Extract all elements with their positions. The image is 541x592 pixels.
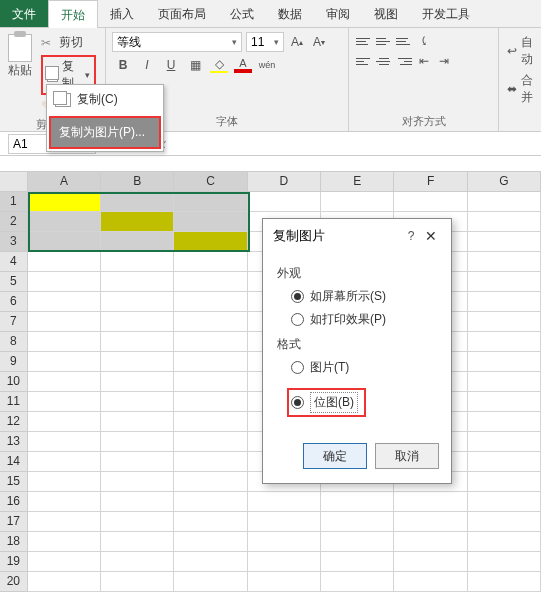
cell[interactable] — [101, 352, 174, 372]
cell[interactable] — [174, 552, 247, 572]
cell[interactable] — [174, 312, 247, 332]
cell[interactable] — [468, 552, 541, 572]
cell[interactable] — [321, 572, 394, 592]
cell[interactable] — [101, 232, 174, 252]
tab-formulas[interactable]: 公式 — [218, 0, 266, 27]
cell[interactable] — [468, 312, 541, 332]
cell[interactable] — [174, 532, 247, 552]
cell[interactable] — [101, 252, 174, 272]
cell[interactable] — [174, 472, 247, 492]
row-header[interactable]: 10 — [0, 372, 28, 392]
font-name-combo[interactable]: 等线 ▾ — [112, 32, 242, 52]
font-color-button[interactable]: A — [232, 56, 254, 74]
row-header[interactable]: 2 — [0, 212, 28, 232]
cell[interactable] — [468, 452, 541, 472]
tab-page-layout[interactable]: 页面布局 — [146, 0, 218, 27]
cancel-button[interactable]: 取消 — [375, 443, 439, 469]
cell[interactable] — [174, 332, 247, 352]
cell[interactable] — [321, 532, 394, 552]
font-size-combo[interactable]: 11 ▾ — [246, 32, 284, 52]
row-header[interactable]: 19 — [0, 552, 28, 572]
row-header[interactable]: 5 — [0, 272, 28, 292]
cell[interactable] — [101, 192, 174, 212]
cell[interactable] — [468, 492, 541, 512]
cell[interactable] — [174, 292, 247, 312]
col-header-F[interactable]: F — [394, 172, 467, 191]
cell[interactable] — [174, 352, 247, 372]
cell[interactable] — [174, 252, 247, 272]
cell[interactable] — [28, 452, 101, 472]
cell[interactable] — [28, 572, 101, 592]
cell[interactable] — [321, 552, 394, 572]
cell[interactable] — [174, 232, 247, 252]
cell[interactable] — [468, 372, 541, 392]
cell[interactable] — [468, 212, 541, 232]
cell[interactable] — [248, 192, 321, 212]
cell[interactable] — [174, 372, 247, 392]
cell[interactable] — [28, 492, 101, 512]
cell[interactable] — [468, 352, 541, 372]
cell[interactable] — [174, 192, 247, 212]
cell[interactable] — [174, 512, 247, 532]
cell[interactable] — [28, 272, 101, 292]
italic-button[interactable]: I — [136, 56, 158, 74]
radio-as-screen[interactable]: 如屏幕所示(S) — [291, 288, 437, 305]
cell[interactable] — [174, 272, 247, 292]
cell[interactable] — [101, 512, 174, 532]
decrease-font-button[interactable]: A▾ — [310, 33, 328, 51]
cell[interactable] — [101, 312, 174, 332]
orientation-button[interactable]: ⤹ — [415, 32, 433, 50]
cell[interactable] — [28, 552, 101, 572]
radio-bitmap[interactable]: 位图(B) — [287, 388, 366, 417]
cell[interactable] — [248, 572, 321, 592]
cell[interactable] — [394, 552, 467, 572]
row-header[interactable]: 6 — [0, 292, 28, 312]
row-header[interactable]: 13 — [0, 432, 28, 452]
cell[interactable] — [174, 492, 247, 512]
row-header[interactable]: 7 — [0, 312, 28, 332]
align-left-button[interactable] — [355, 52, 373, 70]
row-header[interactable]: 4 — [0, 252, 28, 272]
menu-item-copy[interactable]: 复制(C) — [47, 85, 163, 114]
tab-developer[interactable]: 开发工具 — [410, 0, 482, 27]
cell[interactable] — [101, 432, 174, 452]
row-header[interactable]: 12 — [0, 412, 28, 432]
align-bottom-button[interactable] — [395, 32, 413, 50]
cell[interactable] — [28, 252, 101, 272]
tab-file[interactable]: 文件 — [0, 0, 48, 27]
cell[interactable] — [321, 192, 394, 212]
col-header-G[interactable]: G — [468, 172, 541, 191]
cell[interactable] — [468, 532, 541, 552]
cell[interactable] — [174, 392, 247, 412]
cell[interactable] — [174, 412, 247, 432]
fill-color-button[interactable]: ◇ — [208, 56, 230, 74]
cell[interactable] — [101, 472, 174, 492]
cell[interactable] — [101, 552, 174, 572]
col-header-B[interactable]: B — [101, 172, 174, 191]
row-header[interactable]: 15 — [0, 472, 28, 492]
cell[interactable] — [28, 212, 101, 232]
chevron-down-icon[interactable]: ▾ — [85, 70, 90, 80]
border-button[interactable]: ▦ — [184, 56, 206, 74]
cell[interactable] — [101, 452, 174, 472]
row-header[interactable]: 14 — [0, 452, 28, 472]
align-top-button[interactable] — [355, 32, 373, 50]
cell[interactable] — [28, 312, 101, 332]
cell[interactable] — [101, 532, 174, 552]
cell[interactable] — [394, 532, 467, 552]
cell[interactable] — [468, 272, 541, 292]
tab-data[interactable]: 数据 — [266, 0, 314, 27]
phonetic-button[interactable]: wén — [256, 56, 278, 74]
cell[interactable] — [174, 432, 247, 452]
menu-item-copy-as-picture[interactable]: 复制为图片(P)... — [49, 116, 161, 149]
cell[interactable] — [468, 332, 541, 352]
cell[interactable] — [28, 192, 101, 212]
cell[interactable] — [468, 472, 541, 492]
cell[interactable] — [394, 572, 467, 592]
tab-insert[interactable]: 插入 — [98, 0, 146, 27]
cell[interactable] — [248, 512, 321, 532]
cell[interactable] — [248, 492, 321, 512]
cell[interactable] — [394, 192, 467, 212]
cell[interactable] — [28, 392, 101, 412]
cell[interactable] — [468, 432, 541, 452]
